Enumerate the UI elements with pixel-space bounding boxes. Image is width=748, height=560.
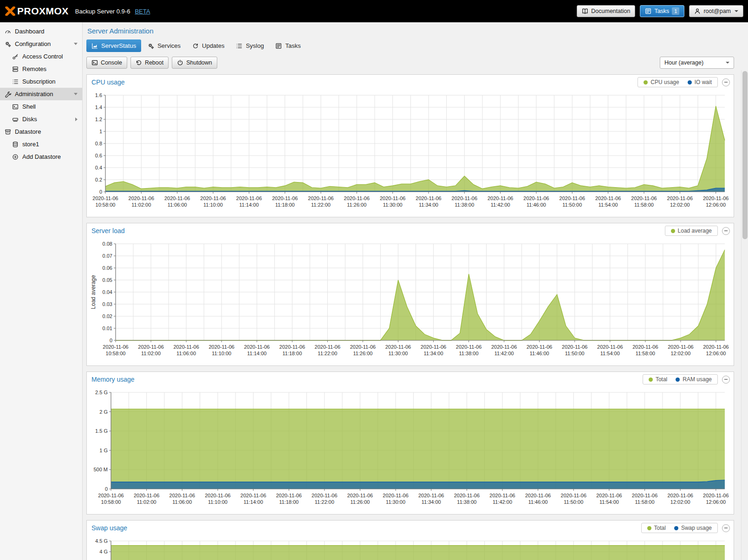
svg-text:11:02:00: 11:02:00 [131, 202, 151, 208]
panel-title: CPU usage [91, 78, 125, 86]
tab-services[interactable]: Services [143, 39, 186, 52]
book-icon [582, 8, 588, 14]
svg-text:2020-11-06: 2020-11-06 [632, 493, 657, 498]
sidebar-item-disks[interactable]: Disks [0, 113, 82, 125]
sidebar-item-label: store1 [22, 141, 39, 148]
svg-text:11:06:00: 11:06:00 [168, 202, 187, 208]
sidebar-item-add-datastore[interactable]: Add Datastore [0, 150, 82, 163]
sidebar-item-label: Configuration [15, 40, 51, 47]
sidebar-item-subscription[interactable]: Subscription [0, 75, 82, 88]
sidebar-item-dashboard[interactable]: Dashboard [0, 25, 82, 38]
legend-item-load-average[interactable]: Load average [671, 228, 712, 234]
svg-text:2020-11-06: 2020-11-06 [241, 493, 266, 498]
tab-syslog[interactable]: Syslog [231, 39, 269, 52]
svg-text:1.5 G: 1.5 G [95, 428, 108, 434]
legend-label: Swap usage [681, 525, 712, 531]
button-label: Shutdown [186, 59, 212, 66]
legend-item-total[interactable]: Total [647, 525, 666, 531]
cpu-usage-chart: 00.20.40.60.811.21.41.62020-11-0610:58:0… [87, 90, 734, 217]
tab-serverstatus[interactable]: ServerStatus [86, 39, 141, 52]
svg-text:11:26:00: 11:26:00 [347, 202, 366, 208]
shutdown-button[interactable]: Shutdown [172, 57, 217, 69]
panel-header: Memory usage TotalRAM usage [87, 372, 734, 387]
documentation-button[interactable]: Documentation [577, 5, 635, 17]
legend-dot-icon [671, 229, 675, 233]
sidebar-item-shell[interactable]: Shell [0, 100, 82, 113]
sidebar-item-label: Disks [22, 116, 37, 123]
scrollbar-thumb[interactable] [742, 71, 748, 239]
svg-text:11:10:00: 11:10:00 [208, 499, 228, 505]
svg-text:11:58:00: 11:58:00 [634, 202, 654, 208]
svg-text:2020-11-06: 2020-11-06 [703, 344, 728, 350]
chart-legend: CPU usageIO wait [637, 77, 718, 87]
svg-text:2020-11-06: 2020-11-06 [92, 195, 118, 201]
sidebar-item-administration[interactable]: Administration [0, 88, 82, 100]
plus-circle-icon [12, 154, 19, 160]
svg-text:2020-11-06: 2020-11-06 [703, 195, 728, 201]
legend-dot-icon [649, 378, 653, 382]
sidebar-item-label: Shell [22, 103, 36, 110]
panel-memory-usage: Memory usage TotalRAM usage 0500 M1 G1.5… [86, 371, 734, 514]
legend-item-io-wait[interactable]: IO wait [688, 79, 712, 85]
list-icon [12, 78, 19, 85]
svg-text:2020-11-06: 2020-11-06 [416, 195, 441, 201]
sidebar-item-label: Access Control [22, 53, 63, 60]
chart-legend: TotalRAM usage [643, 374, 718, 384]
toolbar-buttons: ConsoleRebootShutdown [86, 57, 217, 69]
svg-text:2020-11-06: 2020-11-06 [667, 493, 693, 498]
tab-tasks[interactable]: Tasks [270, 39, 306, 52]
undo-icon [136, 59, 142, 66]
sidebar-item-access-control[interactable]: Access Control [0, 50, 82, 63]
tab-label: ServerStatus [101, 42, 136, 49]
tasks-icon [275, 43, 282, 49]
svg-text:2020-11-06: 2020-11-06 [491, 344, 517, 350]
collapse-panel-button[interactable] [722, 78, 730, 86]
tab-label: Services [157, 42, 181, 49]
sidebar-item-label: Dashboard [15, 28, 45, 35]
svg-text:11:54:00: 11:54:00 [599, 499, 619, 505]
collapse-panel-button[interactable] [722, 376, 730, 384]
sidebar-item-datastore[interactable]: Datastore [0, 125, 82, 138]
chevron-down-icon [74, 43, 78, 45]
console-button[interactable]: Console [86, 57, 127, 69]
sidebar-item-remotes[interactable]: Remotes [0, 63, 82, 75]
body-row: DashboardConfigurationAccess ControlRemo… [0, 22, 748, 560]
chart-legend: TotalSwap usage [641, 523, 718, 533]
svg-text:2020-11-06: 2020-11-06 [312, 493, 337, 498]
collapse-panel-button[interactable] [722, 227, 730, 235]
beta-link[interactable]: BETA [135, 8, 150, 15]
refresh-icon [192, 43, 199, 49]
power-icon [177, 59, 183, 66]
gears-icon [5, 41, 11, 47]
svg-text:2020-11-06: 2020-11-06 [703, 493, 728, 498]
legend-item-ram-usage[interactable]: RAM usage [676, 376, 712, 383]
legend-item-cpu-usage[interactable]: CPU usage [644, 79, 679, 85]
svg-text:11:06:00: 11:06:00 [176, 351, 196, 356]
svg-text:11:06:00: 11:06:00 [172, 499, 192, 505]
svg-text:2020-11-06: 2020-11-06 [596, 493, 622, 498]
legend-label: IO wait [695, 79, 712, 85]
tasks-button[interactable]: Tasks 1 [640, 5, 684, 17]
legend-dot-icon [688, 80, 692, 85]
reboot-button[interactable]: Reboot [130, 57, 169, 69]
collapse-panel-button[interactable] [722, 524, 730, 532]
chart-legend: Load average [665, 226, 718, 236]
svg-text:2020-11-06: 2020-11-06 [667, 195, 693, 201]
chart-canvas: 0500 M1 G1.5 G2 G2.5 G2020-11-0610:58:00… [89, 388, 729, 510]
sidebar-item-store1[interactable]: store1 [0, 138, 82, 150]
user-menu-button[interactable]: root@pam [689, 5, 743, 17]
tab-bar: ServerStatusServicesUpdatesSyslogTasks [86, 39, 734, 52]
sidebar-item-configuration[interactable]: Configuration [0, 38, 82, 50]
chevron-down-icon [74, 93, 78, 95]
sidebar: DashboardConfigurationAccess ControlRemo… [0, 22, 83, 560]
svg-text:12:02:00: 12:02:00 [670, 499, 690, 505]
svg-text:11:34:00: 11:34:00 [422, 499, 441, 505]
archive-icon [5, 129, 11, 135]
legend-item-total[interactable]: Total [649, 376, 667, 383]
time-range-select[interactable]: Hour (average) [660, 57, 734, 69]
vertical-scrollbar[interactable] [741, 70, 748, 560]
svg-text:0.04: 0.04 [103, 289, 112, 295]
tab-updates[interactable]: Updates [187, 39, 229, 52]
page-title: Server Administration [87, 27, 734, 35]
legend-item-swap-usage[interactable]: Swap usage [674, 525, 712, 531]
